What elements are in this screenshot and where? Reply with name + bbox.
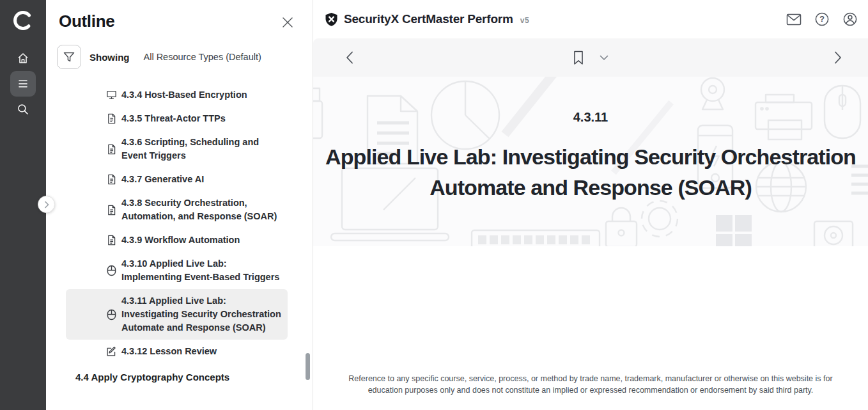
outline-item[interactable]: 4.3.6 Scripting, Scheduling and Event Tr…	[66, 130, 288, 168]
product-version: v5	[520, 16, 529, 25]
account-button[interactable]	[842, 12, 858, 27]
outline-item[interactable]: 4.3.10 Applied Live Lab: Implementing Ev…	[66, 252, 288, 289]
rail-nav	[10, 45, 36, 122]
outline-item-label: 4.3.4 Host-Based Encryption	[121, 88, 281, 102]
chevron-right-icon	[43, 201, 50, 209]
mail-icon	[786, 13, 802, 26]
outline-item[interactable]: 4.3.9 Workflow Automation	[66, 228, 288, 252]
outline-item-label: 4.3.8 Security Orchestration, Automation…	[121, 196, 281, 223]
chevron-left-icon	[345, 51, 354, 65]
document-icon	[106, 144, 117, 155]
outline-menu-button[interactable]	[10, 71, 36, 97]
outline-item-label: 4.3.5 Threat-Actor TTPs	[121, 112, 281, 125]
lesson-title-line2: Automate and Response (SOAR)	[325, 172, 856, 203]
outline-item-label: 4.3.11 Applied Live Lab: Investigating S…	[121, 294, 281, 335]
outline-item-label: 4.3.12 Lesson Review	[121, 345, 281, 358]
app-window: Outline Showing All Resource Types (Defa…	[0, 0, 868, 410]
outline-item[interactable]: 4.3.8 Security Orchestration, Automation…	[66, 191, 288, 228]
lesson-title: Applied Live Lab: Investigating Security…	[325, 141, 856, 203]
mouse-icon	[106, 309, 117, 320]
product-title: SecurityX CertMaster Perform	[344, 12, 513, 26]
document-icon	[106, 174, 117, 185]
bookmark-button[interactable]	[571, 49, 585, 67]
outline-panel-header: Outline	[46, 0, 313, 32]
outline-panel: Outline Showing All Resource Types (Defa…	[46, 0, 313, 410]
comptia-c-icon	[12, 10, 34, 31]
next-lesson-button[interactable]	[832, 49, 844, 66]
home-button[interactable]	[10, 45, 36, 71]
filter-row: Showing All Resource Types (Default)	[57, 45, 313, 69]
lesson-content-area: Reference to any specific course, servic…	[313, 246, 868, 410]
previous-lesson-button[interactable]	[344, 49, 355, 66]
lesson-title-line1: Applied Live Lab: Investigating Security…	[325, 141, 856, 172]
outline-item-current[interactable]: 4.3.11 Applied Live Lab: Investigating S…	[66, 289, 288, 340]
main-area: SecurityX CertMaster Perform v5 ?	[313, 0, 868, 410]
monitor-icon	[106, 90, 117, 100]
outline-scrollbar-thumb[interactable]	[306, 353, 310, 380]
search-button[interactable]	[10, 97, 36, 122]
close-outline-button[interactable]	[278, 13, 297, 32]
help-question-icon: ?	[815, 12, 829, 26]
outline-item-label: 4.3.9 Workflow Automation	[121, 233, 281, 247]
chevron-down-icon	[600, 55, 608, 61]
document-icon	[106, 205, 117, 216]
outline-scrollbar[interactable]	[306, 0, 310, 410]
header-actions: ?	[786, 12, 858, 27]
bookmark-group	[571, 49, 610, 67]
outline-item-label: 4.3.7 Generative AI	[121, 173, 281, 186]
showing-label: Showing	[89, 52, 130, 63]
lesson-toolbar	[313, 38, 868, 77]
document-icon	[106, 235, 117, 246]
help-button[interactable]: ?	[814, 12, 830, 27]
outline-item[interactable]: 4.3.12 Lesson Review	[66, 340, 288, 363]
comptia-logo	[10, 8, 36, 33]
close-icon	[282, 17, 293, 28]
outline-item[interactable]: 4.3.4 Host-Based Encryption	[66, 83, 288, 107]
outline-item-label: 4.3.6 Scripting, Scheduling and Event Tr…	[121, 136, 281, 162]
mouse-icon	[106, 265, 117, 276]
chevron-right-icon	[833, 51, 842, 65]
outline-item[interactable]: 4.3.5 Threat-Actor TTPs	[66, 107, 288, 130]
outline-list: 4.3.4 Host-Based Encryption 4.3.5 Threat…	[66, 83, 288, 363]
menu-list-icon	[17, 77, 29, 90]
edit-pencil-icon	[106, 346, 117, 357]
disclaimer-text: Reference to any specific course, servic…	[335, 373, 846, 396]
bookmark-menu-button[interactable]	[598, 54, 610, 62]
svg-text:?: ?	[819, 15, 825, 24]
bookmark-icon	[573, 51, 584, 65]
panel-expand-button[interactable]	[38, 196, 55, 213]
securityx-shield-icon	[325, 12, 338, 27]
search-icon	[17, 103, 29, 116]
outline-section-heading[interactable]: 4.4 Apply Cryptography Concepts	[75, 372, 313, 382]
home-icon	[17, 52, 29, 65]
account-person-icon	[843, 12, 857, 26]
brand: SecurityX CertMaster Perform v5	[325, 12, 529, 27]
outline-item[interactable]: 4.3.7 Generative AI	[66, 168, 288, 191]
filter-button[interactable]	[57, 45, 81, 69]
document-icon	[106, 113, 117, 124]
lesson-number: 4.3.11	[573, 110, 608, 125]
filter-funnel-icon	[63, 51, 75, 63]
messages-button[interactable]	[786, 12, 802, 27]
outline-title: Outline	[59, 12, 114, 31]
lesson-banner: 4.3.11 Applied Live Lab: Investigating S…	[313, 77, 868, 246]
top-header: SecurityX CertMaster Perform v5 ?	[313, 0, 868, 38]
filter-value: All Resource Types (Default)	[144, 52, 261, 62]
outline-item-label: 4.3.10 Applied Live Lab: Implementing Ev…	[121, 257, 281, 284]
